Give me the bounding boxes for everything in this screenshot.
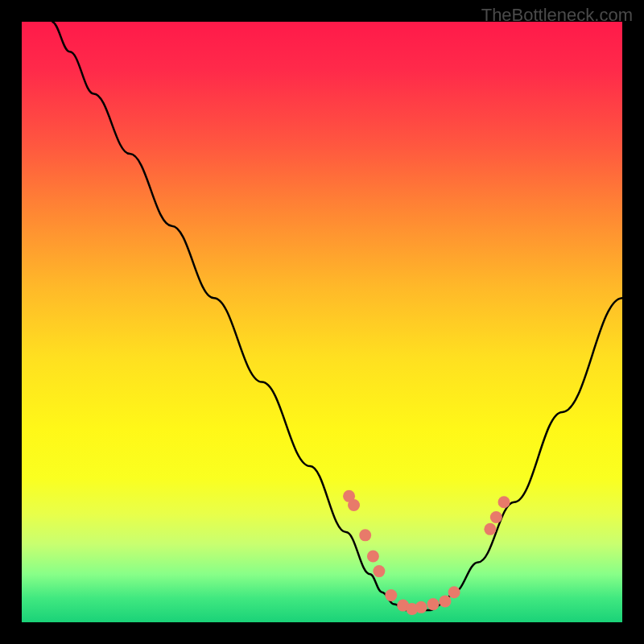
chart-svg [22,22,622,622]
data-marker [490,511,502,523]
data-marker [367,550,379,562]
data-marker [498,496,510,508]
data-marker [448,586,460,598]
data-markers [343,490,510,615]
watermark-text: TheBottleneck.com [481,5,633,26]
data-marker [415,601,427,613]
data-marker [439,595,451,607]
data-marker [385,589,397,601]
data-marker [484,523,496,535]
data-marker [348,499,360,511]
data-marker [359,529,371,541]
data-marker [427,598,440,610]
bottleneck-curve [52,22,622,610]
data-marker [373,565,385,577]
